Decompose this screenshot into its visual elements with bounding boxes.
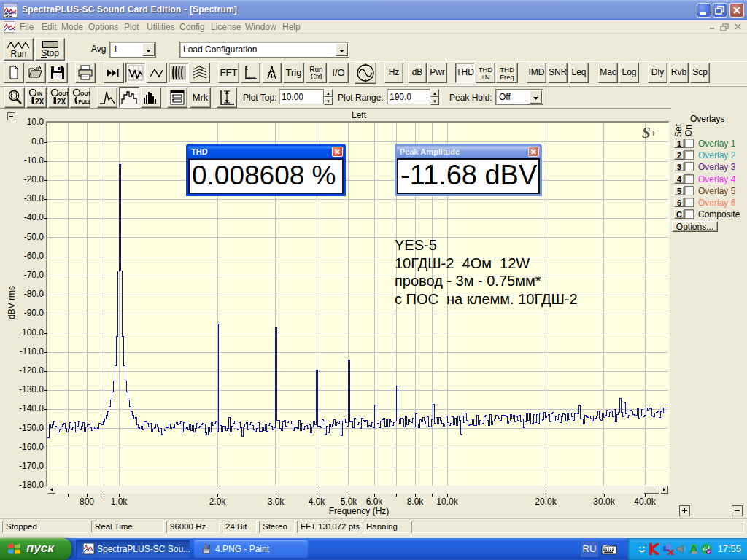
svg-text:IN: IN bbox=[37, 91, 42, 96]
svg-text:SC: SC bbox=[5, 12, 12, 18]
svg-text:FULL: FULL bbox=[79, 99, 90, 104]
svg-text:2X: 2X bbox=[35, 98, 44, 106]
svg-text:OUT: OUT bbox=[58, 91, 68, 96]
svg-text:2X: 2X bbox=[57, 98, 66, 106]
svg-text:OUT: OUT bbox=[80, 91, 90, 96]
